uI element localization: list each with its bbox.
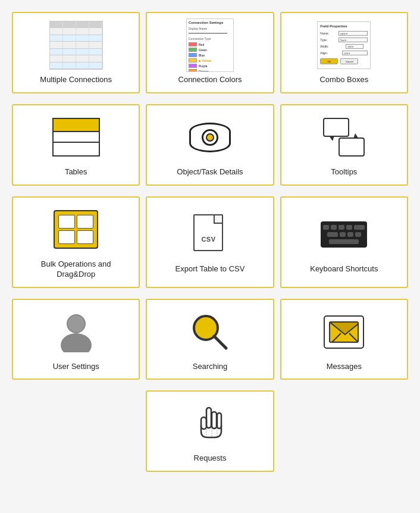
combo-boxes-icon: Field Properties Name: value ▾ Type: Tex… [317, 21, 371, 69]
card-export-csv[interactable]: CSV Export Table to CSV [146, 196, 274, 288]
svg-rect-10 [201, 417, 206, 429]
messages-icon [317, 308, 371, 356]
user-settings-icon [49, 308, 103, 356]
bulk-operations-label: Bulk Operations andDrag&Drop [41, 259, 111, 280]
export-csv-label: Export Table to CSV [175, 264, 245, 274]
card-searching[interactable]: Searching [146, 299, 274, 380]
svg-point-2 [68, 315, 84, 332]
card-object-task-details[interactable]: Object/Task Details [146, 104, 274, 186]
card-multiple-connections[interactable]: Multiple Connections [12, 12, 140, 93]
multiple-connections-icon [49, 21, 103, 69]
combo-boxes-label: Combo Boxes [319, 75, 368, 85]
multiple-connections-label: Multiple Connections [40, 75, 112, 85]
card-user-settings[interactable]: User Settings [12, 299, 140, 380]
keyboard-shortcuts-icon [317, 211, 371, 258]
object-task-details-label: Object/Task Details [177, 167, 243, 177]
card-messages[interactable]: Messages [280, 299, 408, 380]
card-combo-boxes[interactable]: Field Properties Name: value ▾ Type: Tex… [280, 12, 408, 93]
card-keyboard-shortcuts[interactable]: Keyboard Shortcuts [280, 196, 408, 288]
connection-colors-label: Connection Colors [178, 75, 242, 85]
tooltips-label: Tooltips [331, 167, 357, 177]
export-csv-icon: CSV [183, 211, 237, 258]
svg-line-6 [349, 333, 359, 343]
svg-line-4 [214, 336, 226, 348]
card-connection-colors[interactable]: Connection Settings Display Name Connect… [146, 12, 274, 93]
tables-icon [49, 114, 103, 161]
connection-colors-icon: Connection Settings Display Name Connect… [183, 21, 237, 69]
tables-label: Tables [65, 167, 87, 177]
main-grid: Multiple Connections Connection Settings… [6, 6, 414, 478]
svg-line-5 [330, 333, 341, 343]
card-tables[interactable]: Tables [12, 104, 140, 186]
bulk-operations-icon [49, 206, 103, 254]
searching-label: Searching [193, 362, 228, 372]
keyboard-shortcuts-label: Keyboard Shortcuts [310, 264, 378, 274]
card-bulk-operations[interactable]: Bulk Operations andDrag&Drop [12, 196, 140, 288]
requests-label: Requests [194, 453, 227, 464]
svg-rect-8 [212, 412, 217, 428]
card-tooltips[interactable]: Tooltips [280, 104, 408, 186]
card-requests[interactable]: Requests [146, 390, 274, 472]
svg-point-1 [61, 333, 92, 352]
messages-label: Messages [327, 362, 362, 372]
user-settings-label: User Settings [53, 362, 99, 372]
searching-icon [183, 308, 237, 356]
tooltips-icon [317, 114, 371, 161]
object-task-details-icon [183, 114, 237, 161]
requests-icon [183, 400, 237, 448]
